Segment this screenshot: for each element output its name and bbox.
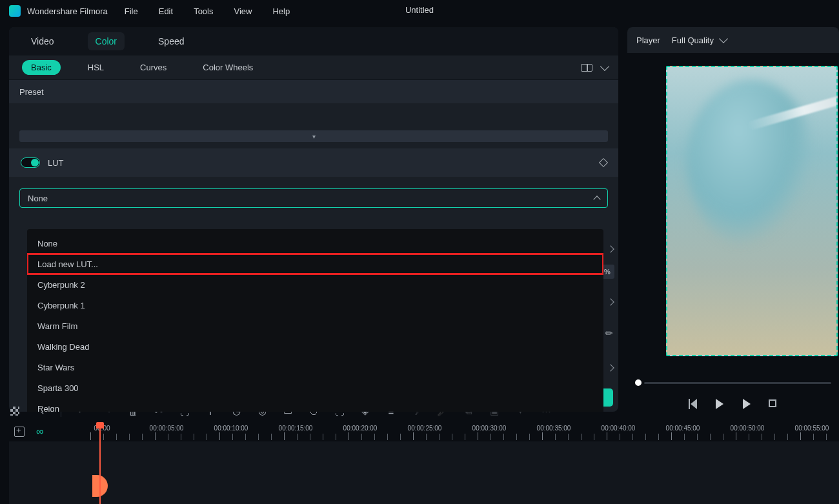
eyedropper-icon[interactable]: ✎ xyxy=(603,327,616,339)
inspector-panel: Video Color Speed Basic HSL Curves Color… xyxy=(9,27,618,412)
time-label: 00:00:05:00 xyxy=(150,425,184,432)
quality-dropdown[interactable]: Full Quality xyxy=(672,35,727,45)
lut-option[interactable]: Sparta 300 xyxy=(27,378,603,398)
chevron-up-icon xyxy=(593,196,600,203)
main-tabs: Video Color Speed xyxy=(9,27,618,55)
chevron-right-icon[interactable] xyxy=(607,298,614,305)
lut-option-none[interactable]: None xyxy=(27,233,603,254)
quality-value: Full Quality xyxy=(672,35,714,45)
lut-option[interactable]: Warm Film xyxy=(27,316,603,336)
add-track-icon[interactable] xyxy=(14,427,25,437)
lut-toggle[interactable] xyxy=(21,157,40,168)
lut-option[interactable]: Star Wars xyxy=(27,357,603,378)
scrub-bar[interactable] xyxy=(627,379,839,386)
chevron-right-icon[interactable] xyxy=(607,245,614,252)
time-label: 00:00:40:00 xyxy=(601,425,636,432)
playhead[interactable] xyxy=(99,422,101,504)
lut-option[interactable]: Reign xyxy=(27,398,603,412)
color-subtabs: Basic HSL Curves Color Wheels xyxy=(9,55,618,80)
time-label: 00:00:55:00 xyxy=(795,425,829,432)
app-name: Wondershare Filmora xyxy=(27,6,108,16)
playback-controls xyxy=(627,399,839,409)
chevron-down-icon xyxy=(719,34,728,43)
lut-label: LUT xyxy=(48,158,64,168)
timeline-ruler[interactable]: 00:00 00:00:05:00 00:00:10:00 00:00:15:0… xyxy=(90,422,839,441)
tab-color[interactable]: Color xyxy=(88,32,125,50)
panel-menu-icon[interactable] xyxy=(600,61,609,70)
grid-icon[interactable] xyxy=(9,405,21,417)
time-label: 00:00:15:00 xyxy=(279,425,313,432)
lut-selected-value: None xyxy=(28,194,48,203)
lut-option[interactable]: Cyberpunk 2 xyxy=(27,274,603,295)
lut-option[interactable]: Walking Dead xyxy=(27,336,603,357)
scrub-handle-icon[interactable] xyxy=(635,379,642,386)
time-label: 00:00:25:00 xyxy=(408,425,442,432)
menu-view[interactable]: View xyxy=(234,6,252,16)
subtab-basic[interactable]: Basic xyxy=(22,60,61,75)
scrub-track[interactable] xyxy=(644,382,831,384)
play-icon[interactable] xyxy=(742,399,752,409)
preset-collapse-bar[interactable]: ▾ xyxy=(19,130,608,142)
compare-view-icon[interactable] xyxy=(581,64,592,72)
chevron-right-icon[interactable] xyxy=(607,364,614,371)
tab-speed[interactable]: Speed xyxy=(150,32,192,50)
timeline: ∞ 00:00 00:00:05:00 00:00:10:00 00:00:15… xyxy=(9,422,839,504)
time-label: 00:00:20:00 xyxy=(343,425,378,432)
player-panel: Player Full Quality xyxy=(627,27,839,412)
menu-file[interactable]: File xyxy=(125,6,138,16)
video-preview[interactable] xyxy=(666,66,838,356)
player-header: Player Full Quality xyxy=(627,27,839,53)
time-label: 00:00:45:00 xyxy=(666,425,700,432)
play-stop-icon[interactable] xyxy=(714,399,725,409)
lut-dropdown-list: None Load new LUT... Cyberpunk 2 Cyberpu… xyxy=(27,229,603,412)
preset-section-label: Preset xyxy=(9,80,618,103)
lut-option-load-new[interactable]: Load new LUT... xyxy=(27,254,603,274)
stop-icon[interactable] xyxy=(769,399,776,407)
time-label: 00:00:50:00 xyxy=(731,425,765,432)
document-title: Untitled xyxy=(405,5,434,15)
menu-edit[interactable]: Edit xyxy=(159,6,173,16)
time-label: 00:00:10:00 xyxy=(214,425,248,432)
prev-frame-icon[interactable] xyxy=(687,399,698,409)
menu-tools[interactable]: Tools xyxy=(194,6,213,16)
timeline-ruler-row: ∞ 00:00 00:00:05:00 00:00:10:00 00:00:15… xyxy=(9,422,839,441)
subtab-hsl[interactable]: HSL xyxy=(79,60,113,75)
keyframe-icon[interactable] xyxy=(599,158,608,167)
lut-option[interactable]: Cyberpunk 1 xyxy=(27,295,603,316)
player-label: Player xyxy=(636,35,660,45)
app-logo-icon xyxy=(9,5,21,17)
time-label: 00:00:30:00 xyxy=(472,425,507,432)
preset-thumbnails[interactable] xyxy=(9,103,618,126)
menu-help[interactable]: Help xyxy=(272,6,290,16)
timeline-tracks[interactable] xyxy=(9,441,839,504)
time-label: 00:00:35:00 xyxy=(537,425,571,432)
subtab-curves[interactable]: Curves xyxy=(131,60,176,75)
lut-section-header: LUT xyxy=(9,148,618,177)
subtab-colorwheels[interactable]: Color Wheels xyxy=(194,60,262,75)
link-tracks-icon[interactable]: ∞ xyxy=(36,426,43,438)
tab-video[interactable]: Video xyxy=(23,32,62,50)
lut-dropdown[interactable]: None xyxy=(19,188,608,208)
